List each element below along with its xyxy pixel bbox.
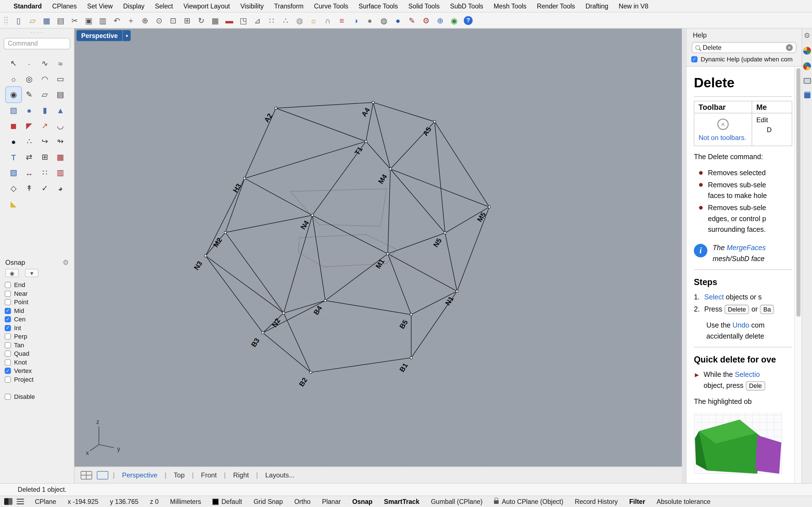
handle-curve-tool[interactable]: ↪ (37, 133, 52, 149)
osnap-tan[interactable]: Tan (0, 341, 74, 349)
four-viewports-icon[interactable] (81, 471, 92, 480)
save-file-icon[interactable]: ▦ (40, 13, 54, 27)
viewport-canvas[interactable]: A2A4A5T1M4H3M2N4M5N5M1N3N1N2B4B3B5B1B2zx… (74, 29, 682, 466)
cut-icon[interactable]: ✂ (68, 13, 82, 27)
rectangle-tool[interactable]: ▭ (52, 71, 68, 87)
osnap-cen[interactable]: ✓Cen (0, 315, 74, 324)
status-millimeters[interactable]: Millimeters (164, 498, 207, 505)
osnap-points-icon[interactable]: ∷ (264, 13, 278, 27)
set-view-icon[interactable]: ◳ (236, 13, 250, 27)
viewport-tab-front[interactable]: Front (194, 471, 224, 479)
plugin-tool[interactable]: ◼ (6, 118, 21, 133)
arc-tool[interactable]: ◠ (37, 71, 52, 87)
curve-edit-tool[interactable]: ✎ (21, 87, 37, 102)
mesh-sphere-icon[interactable]: ◍ (377, 13, 391, 27)
menu-select[interactable]: Select (150, 2, 178, 10)
check-tool[interactable]: ✓ (37, 180, 52, 196)
status-planar[interactable]: Planar (316, 498, 347, 505)
pan-icon[interactable]: + (124, 13, 138, 27)
dimension-tool[interactable]: ▦ (52, 149, 68, 165)
new-file-icon[interactable]: ▯ (11, 13, 26, 27)
single-viewport-icon[interactable] (97, 471, 108, 480)
osnap-disable[interactable]: Disable (0, 393, 74, 401)
status-cplane[interactable]: CPlane (29, 498, 62, 505)
object-points-icon[interactable]: ∴ (278, 13, 293, 27)
surface-tool[interactable]: ▱ (37, 87, 52, 102)
viewport-menu-arrow-icon[interactable]: ▾ (122, 30, 131, 41)
scale-tool[interactable]: ⇄ (21, 149, 37, 165)
perspective-viewport[interactable]: A2A4A5T1M4H3M2N4M5N5M1N3N1N2B4B3B5B1B2zx… (74, 29, 682, 466)
lamp-off-icon[interactable]: ◍ (293, 13, 307, 27)
loft-tool[interactable]: ▤ (52, 87, 68, 102)
viewport-layout-icon[interactable]: ▦ (208, 13, 222, 27)
crosshair-icon[interactable]: ⊕ (433, 13, 447, 27)
osnap-end[interactable]: End (0, 281, 74, 289)
osnap-knot[interactable]: Knot (0, 358, 74, 367)
display-panel-icon[interactable] (804, 78, 811, 83)
options-gear-icon[interactable]: ⚙ (419, 13, 433, 27)
cylinder-tool[interactable]: ▮ (37, 103, 52, 118)
conic-tool[interactable]: ◉ (6, 87, 21, 102)
osnap-quad[interactable]: Quad (0, 349, 74, 358)
help-link[interactable]: Undo (732, 321, 749, 329)
print-icon[interactable]: ▤ (54, 13, 68, 27)
clear-search-icon[interactable]: ✕ (786, 44, 793, 51)
menu-viewport-layout[interactable]: Viewport Layout (178, 2, 235, 10)
menu-cplanes[interactable]: CPlanes (47, 2, 82, 10)
status-absolute-tolerance[interactable]: Absolute tolerance (651, 498, 716, 505)
solid-edit-tool[interactable]: ▧ (6, 165, 21, 180)
grid-snap-tool[interactable]: ∷ (37, 165, 52, 180)
circle-tool[interactable]: ○ (6, 71, 21, 87)
lock-icon[interactable]: ∩ (320, 13, 335, 27)
paste-icon[interactable]: ▥ (96, 13, 110, 27)
status-osnap[interactable]: Osnap (347, 498, 378, 505)
zoom-window-icon[interactable]: ⊡ (166, 13, 180, 27)
osnap-vertex[interactable]: ✓Vertex (0, 367, 74, 375)
status-default[interactable]: Default (207, 498, 248, 505)
menu-curve-tools[interactable]: Curve Tools (309, 2, 353, 10)
help-search-box[interactable]: ✕ (692, 42, 797, 53)
walk-tool[interactable]: ↟ (21, 180, 37, 196)
polyline-tool[interactable]: ∿ (37, 56, 52, 71)
display-mode-icon[interactable]: ◑ (349, 13, 363, 27)
status-z-0[interactable]: z 0 (144, 498, 164, 505)
help-link[interactable]: MergeFaces (726, 244, 766, 252)
osnap-point[interactable]: Point (0, 298, 74, 306)
dynamic-help-toggle[interactable]: ✓ Dynamic Help (update when com (687, 56, 802, 66)
ellipse-tool[interactable]: ◎ (21, 71, 37, 87)
shaded-sphere-icon[interactable]: ● (391, 13, 405, 27)
status-gumball-cplane[interactable]: Gumball (CPlane) (425, 498, 488, 505)
not-on-toolbars-link[interactable]: Not on toolbars. (699, 133, 748, 142)
status-smarttrack[interactable]: SmartTrack (378, 498, 425, 505)
cplane-icon[interactable]: ⊿ (250, 13, 264, 27)
zoom-dynamic-icon[interactable]: ⊙ (152, 13, 166, 27)
curve-tool[interactable]: ≈ (52, 56, 68, 71)
osnap-int[interactable]: ✓Int (0, 324, 74, 332)
globe-icon[interactable]: ◉ (447, 13, 461, 27)
point-tool[interactable]: ∙ (21, 56, 37, 71)
menu-subd-tools[interactable]: SubD Tools (445, 2, 489, 10)
menu-visibility[interactable]: Visibility (235, 2, 269, 10)
osnap-filter-button[interactable]: ▼ (25, 269, 39, 277)
sphere-tool[interactable]: ● (21, 103, 37, 118)
status-auto-cplane-object[interactable]: Auto CPlane (Object) (488, 498, 569, 505)
menu-solid-tools[interactable]: Solid Tools (403, 2, 445, 10)
menu-mesh-tools[interactable]: Mesh Tools (488, 2, 531, 10)
menu-transform[interactable]: Transform (269, 2, 309, 10)
osnap-gear-icon[interactable]: ⚙ (63, 259, 69, 267)
menu-surface-tools[interactable]: Surface Tools (353, 2, 403, 10)
column-tool[interactable]: ▥ (52, 165, 68, 180)
annotate-icon[interactable]: ✎ (405, 13, 419, 27)
render-sphere-tool[interactable]: ◕ (52, 180, 68, 196)
libraries-panel-icon[interactable] (804, 92, 810, 98)
viewport-tab-right[interactable]: Right (226, 471, 256, 479)
lamp-on-icon[interactable]: ☼ (306, 13, 320, 27)
command-list-icon[interactable] (17, 499, 24, 504)
open-file-icon[interactable]: ▱ (26, 13, 40, 27)
osnap-near[interactable]: Near (0, 289, 74, 298)
toolbar-grip-icon[interactable] (4, 16, 8, 24)
command-input-box[interactable] (4, 38, 70, 50)
plane-tool[interactable]: ◇ (6, 180, 21, 196)
text-tool[interactable]: T (6, 149, 21, 165)
status-y-136-765[interactable]: y 136.765 (104, 498, 144, 505)
